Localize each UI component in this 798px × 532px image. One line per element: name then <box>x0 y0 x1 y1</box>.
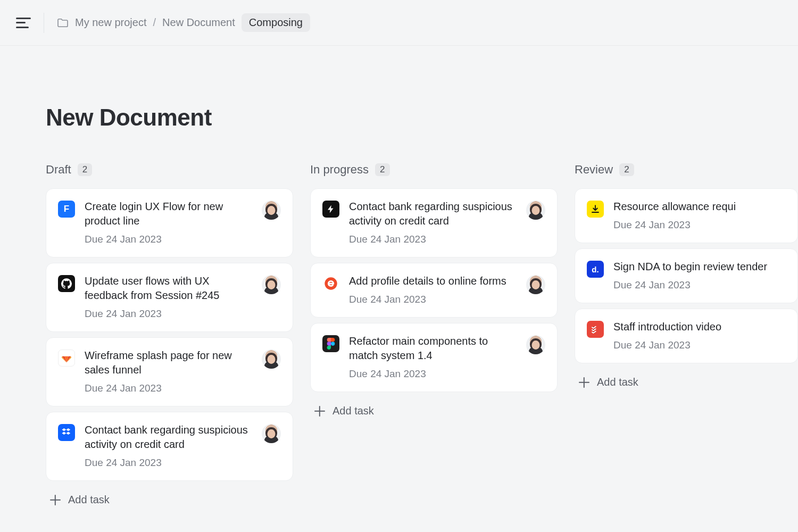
task-title: Contact bank regarding suspicious activi… <box>349 200 517 228</box>
task-due: Due 24 Jan 2023 <box>349 294 517 305</box>
plus-icon <box>50 495 61 505</box>
task-title: Update user flows with UX feedback from … <box>85 274 252 303</box>
column-count-badge: 2 <box>78 163 92 176</box>
assignee-avatar[interactable] <box>262 275 281 294</box>
task-title: Staff introduction video <box>613 320 786 334</box>
task-card[interactable]: F Create login UX Flow for new product l… <box>46 188 293 257</box>
add-task-label: Add task <box>68 494 110 506</box>
column-header: In progress 2 <box>310 163 558 177</box>
github-icon <box>58 275 75 292</box>
column-name: In progress <box>310 163 369 177</box>
bolt-icon <box>322 201 339 218</box>
framer-icon: F <box>58 201 75 218</box>
task-card[interactable]: Contact bank regarding suspicious activi… <box>46 412 293 481</box>
e-icon <box>322 275 339 292</box>
topbar: My new project / New Document Composing <box>0 0 798 46</box>
page-title: New Document <box>46 104 798 131</box>
task-due: Due 24 Jan 2023 <box>349 234 517 245</box>
task-due: Due 24 Jan 2023 <box>613 219 786 231</box>
task-card[interactable]: Contact bank regarding suspicious activi… <box>310 188 558 257</box>
task-title: Contact bank regarding suspicious activi… <box>85 423 252 452</box>
column-draft: Draft 2 F Create login UX Flow for new p… <box>46 163 293 513</box>
task-card[interactable]: Wireframe splash page for new sales funn… <box>46 337 293 406</box>
task-title: Refactor main components to match system… <box>349 334 517 363</box>
gitlab-icon <box>58 350 75 367</box>
assignee-avatar[interactable] <box>262 350 281 369</box>
add-task-button[interactable]: Add task <box>310 397 558 425</box>
content: New Document Draft 2 F Create login UX F… <box>0 46 798 513</box>
assignee-avatar[interactable] <box>526 335 545 354</box>
assignee-avatar[interactable] <box>262 201 281 220</box>
column-header: Review 2 <box>575 163 798 177</box>
dooly-icon: d. <box>587 261 604 278</box>
column-count-badge: 2 <box>375 163 389 176</box>
task-due: Due 24 Jan 2023 <box>349 368 517 380</box>
breadcrumb-mode[interactable]: Composing <box>242 13 310 32</box>
task-card[interactable]: Add profile details to online forms Due … <box>310 263 558 318</box>
divider <box>44 13 44 33</box>
add-task-label: Add task <box>332 405 374 417</box>
plus-icon <box>314 406 325 417</box>
todoist-icon <box>587 321 604 338</box>
task-due: Due 24 Jan 2023 <box>613 279 786 291</box>
figma-icon <box>322 335 339 352</box>
task-title: Sign NDA to begin review tender <box>613 260 786 274</box>
task-due: Due 24 Jan 2023 <box>613 339 786 351</box>
task-card[interactable]: Resource allowance requi Due 24 Jan 2023 <box>575 188 798 243</box>
task-title: Add profile details to online forms <box>349 274 517 288</box>
task-due: Due 24 Jan 2023 <box>85 383 252 394</box>
column-header: Draft 2 <box>46 163 293 177</box>
task-title: Resource allowance requi <box>613 200 786 214</box>
task-card[interactable]: Refactor main components to match system… <box>310 323 558 392</box>
column-count-badge: 2 <box>619 163 634 176</box>
download-icon <box>587 201 604 218</box>
task-due: Due 24 Jan 2023 <box>85 308 252 320</box>
task-due: Due 24 Jan 2023 <box>85 234 252 245</box>
breadcrumb-separator: / <box>153 16 156 29</box>
menu-icon[interactable] <box>16 18 31 28</box>
plus-icon <box>579 377 589 388</box>
column-in-progress: In progress 2 Contact bank regarding sus… <box>310 163 558 513</box>
assignee-avatar[interactable] <box>526 275 545 294</box>
breadcrumb-project[interactable]: My new project <box>75 16 147 29</box>
task-card[interactable]: Staff introduction video Due 24 Jan 2023 <box>575 309 798 363</box>
assignee-avatar[interactable] <box>526 201 545 220</box>
svg-point-1 <box>331 342 335 345</box>
add-task-button[interactable]: Add task <box>46 486 293 513</box>
task-title: Create login UX Flow for new product lin… <box>85 200 252 228</box>
add-task-label: Add task <box>597 376 638 388</box>
column-name: Review <box>575 163 613 177</box>
task-title: Wireframe splash page for new sales funn… <box>85 348 252 377</box>
dropbox-icon <box>58 424 75 441</box>
task-due: Due 24 Jan 2023 <box>85 457 252 469</box>
task-card[interactable]: d. Sign NDA to begin review tender Due 2… <box>575 248 798 303</box>
breadcrumb-document[interactable]: New Document <box>162 16 235 29</box>
task-card[interactable]: Update user flows with UX feedback from … <box>46 263 293 332</box>
assignee-avatar[interactable] <box>262 424 281 443</box>
column-review: Review 2 Resource allowance requi Due 24… <box>575 163 798 513</box>
add-task-button[interactable]: Add task <box>575 369 798 396</box>
breadcrumb: My new project / New Document Composing <box>57 13 310 32</box>
folder-icon <box>57 18 69 28</box>
kanban-board: Draft 2 F Create login UX Flow for new p… <box>46 163 798 513</box>
column-name: Draft <box>46 163 71 177</box>
